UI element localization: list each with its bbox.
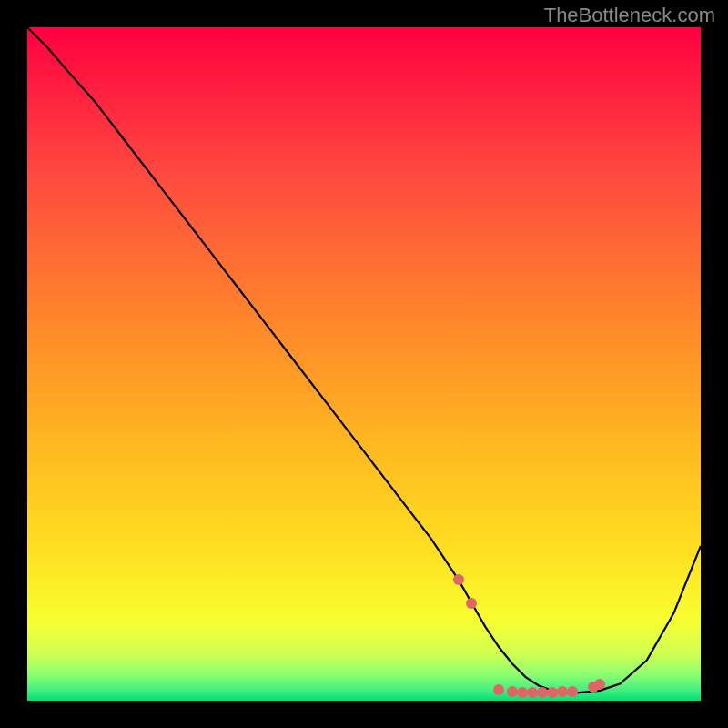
chart-plot-area [27,27,701,701]
data-marker [453,574,464,585]
curve-line [27,27,701,693]
chart-line-layer [27,27,701,701]
data-marker [493,684,504,695]
data-marker [567,686,578,697]
data-marker [594,679,605,690]
data-marker [466,598,477,609]
watermark-text: TheBottleneck.com [544,4,715,27]
